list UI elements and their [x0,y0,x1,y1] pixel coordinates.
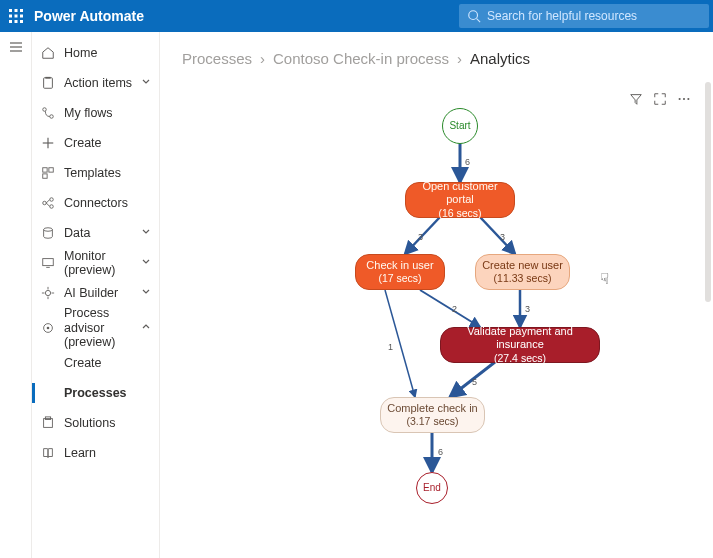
nav-label: Processes [64,386,127,400]
connectors-icon [40,195,56,211]
svg-rect-29 [43,259,54,266]
chevron-down-icon [141,286,151,300]
book-icon [40,445,56,461]
chevron-down-icon [141,256,151,270]
nav-label: Action items [64,76,132,90]
svg-rect-3 [9,15,12,18]
app-launcher-icon[interactable] [0,0,32,32]
nav-create[interactable]: Create [32,128,159,158]
nav-home[interactable]: Home [32,38,159,68]
svg-point-17 [50,115,54,119]
nav-label: AI Builder [64,286,118,300]
monitor-icon [40,255,56,271]
edge-label: 3 [418,232,423,242]
flow-node-validate[interactable]: Validate payment and insurance (27.4 sec… [440,327,600,363]
edge-label: 3 [525,304,530,314]
collapse-rail [0,32,32,558]
nav-pa-create[interactable]: Create [32,348,159,378]
svg-point-37 [47,327,50,330]
nav-data[interactable]: Data [32,218,159,248]
ai-icon [40,285,56,301]
nav-label: Home [64,46,97,60]
svg-point-16 [43,108,47,112]
svg-point-31 [45,290,50,295]
svg-line-45 [480,217,515,254]
plus-icon [40,135,56,151]
nav-label: Connectors [64,196,128,210]
svg-point-23 [43,201,47,205]
search-input[interactable] [487,9,701,23]
node-subtitle: (27.4 secs) [494,352,546,365]
templates-icon [40,165,56,181]
database-icon [40,225,56,241]
svg-rect-20 [43,168,47,172]
svg-rect-0 [9,9,12,12]
chevron-down-icon [141,226,151,240]
svg-rect-8 [20,20,23,23]
nav-pa-processes[interactable]: Processes [32,378,159,408]
node-title: Validate payment and insurance [447,325,593,353]
svg-rect-21 [49,168,53,172]
sidebar: Home Action items My flows Create Templa… [32,32,160,558]
svg-line-26 [46,200,50,204]
nav-templates[interactable]: Templates [32,158,159,188]
nav-label: Templates [64,166,121,180]
flow-node-create-user[interactable]: Create new user (11.33 secs) [475,254,570,290]
search-icon [467,9,481,23]
clipboard-icon [40,75,56,91]
hamburger-icon[interactable] [9,40,23,57]
flow-node-end[interactable]: End [416,472,448,504]
svg-line-46 [420,290,480,327]
svg-rect-22 [43,174,47,178]
node-subtitle: (16 secs) [438,207,481,220]
process-canvas[interactable]: Start Open customer portal (16 secs) Che… [160,32,713,558]
svg-rect-5 [20,15,23,18]
svg-rect-2 [20,9,23,12]
edge-label: 6 [438,447,443,457]
nav-label: Data [64,226,90,240]
solutions-icon [40,415,56,431]
edge-label: 3 [500,232,505,242]
flow-node-open-portal[interactable]: Open customer portal (16 secs) [405,182,515,218]
node-subtitle: (3.17 secs) [407,415,459,428]
svg-rect-1 [15,9,18,12]
edge-label: 1 [388,342,393,352]
flow-node-checkin-user[interactable]: Check in user (17 secs) [355,254,445,290]
node-label: End [423,482,441,495]
nav-monitor[interactable]: Monitor (preview) [32,248,159,278]
home-icon [40,45,56,61]
nav-my-flows[interactable]: My flows [32,98,159,128]
node-title: Complete check in [387,402,478,416]
svg-line-27 [46,203,50,207]
process-icon [40,320,56,336]
nav-connectors[interactable]: Connectors [32,188,159,218]
svg-rect-14 [44,78,53,89]
nav-ai-builder[interactable]: AI Builder [32,278,159,308]
main-content: Processes › Contoso Check-in process › A… [160,32,713,558]
nav-action-items[interactable]: Action items [32,68,159,98]
nav-label: Process advisor (preview) [64,306,141,349]
top-bar: Power Automate [0,0,713,32]
flow-node-start[interactable]: Start [442,108,478,144]
nav-label: Solutions [64,416,115,430]
nav-label: Create [64,136,102,150]
flow-node-complete[interactable]: Complete check in (3.17 secs) [380,397,485,433]
edge-label: 5 [472,377,477,387]
chevron-down-icon [141,76,151,90]
search-box[interactable] [459,4,709,28]
node-title: Check in user [366,259,433,273]
svg-rect-7 [15,20,18,23]
svg-point-28 [44,228,53,232]
svg-line-10 [477,19,481,23]
node-title: Open customer portal [412,180,508,208]
svg-rect-15 [45,77,50,79]
nav-process-advisor[interactable]: Process advisor (preview) [32,308,159,348]
flow-icon [40,105,56,121]
nav-solutions[interactable]: Solutions [32,408,159,438]
nav-label: Create [64,356,102,370]
svg-point-24 [50,198,54,202]
nav-learn[interactable]: Learn [32,438,159,468]
cursor-icon: ☟ [600,270,609,288]
nav-label: My flows [64,106,113,120]
nav-label: Monitor (preview) [64,249,141,277]
